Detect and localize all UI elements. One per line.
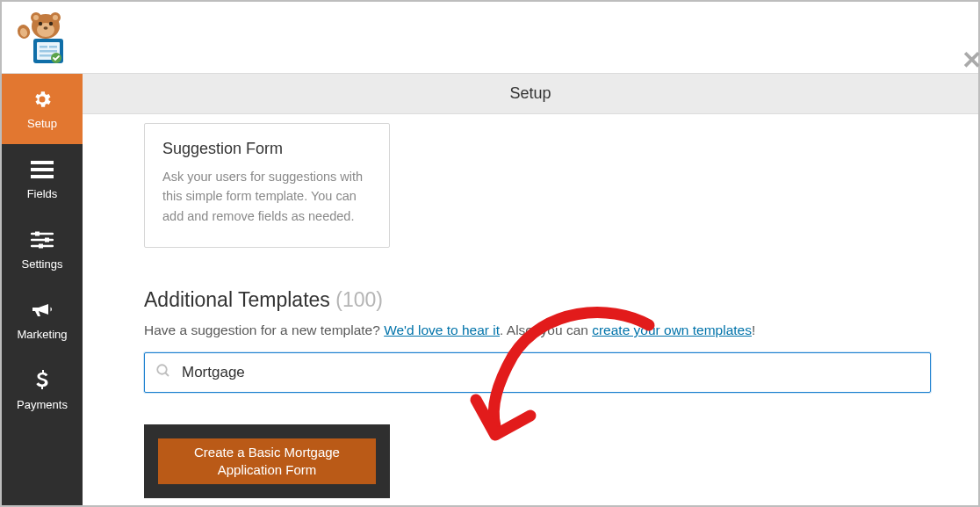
svg-rect-24	[45, 237, 49, 242]
sidebar-item-payments[interactable]: Payments	[2, 355, 83, 425]
sidebar-item-label: Marketing	[17, 328, 67, 341]
svg-rect-13	[40, 46, 47, 48]
sliders-icon	[31, 229, 54, 250]
svg-rect-18	[31, 161, 54, 164]
sidebar: Setup Fields Settings Marketing	[2, 74, 83, 505]
template-card-title: Suggestion Form	[162, 140, 371, 158]
dollar-icon	[31, 370, 54, 391]
svg-line-28	[165, 373, 169, 377]
list-icon	[31, 159, 54, 180]
topbar: ✕	[2, 2, 978, 74]
main-content: Suggestion Form Ask your users for sugge…	[83, 114, 978, 505]
svg-rect-22	[35, 231, 40, 235]
close-icon[interactable]: ✕	[962, 46, 980, 75]
wpforms-logo-icon	[14, 7, 70, 67]
template-result-card: Create a Basic Mortgage Application Form	[144, 424, 390, 498]
svg-point-4	[53, 15, 58, 20]
sidebar-item-marketing[interactable]: Marketing	[2, 285, 83, 355]
svg-point-7	[49, 22, 53, 25]
svg-rect-15	[40, 50, 57, 53]
create-mortgage-form-button[interactable]: Create a Basic Mortgage Application Form	[158, 438, 376, 484]
svg-rect-26	[39, 243, 43, 248]
sidebar-item-setup[interactable]: Setup	[2, 74, 83, 144]
search-icon	[155, 363, 171, 382]
template-count: (100)	[335, 288, 383, 311]
sidebar-item-settings[interactable]: Settings	[2, 214, 83, 285]
svg-point-8	[44, 26, 48, 30]
additional-templates-heading: Additional Templates (100)	[144, 288, 931, 312]
sidebar-item-fields[interactable]: Fields	[2, 144, 83, 214]
sidebar-item-label: Setup	[27, 117, 57, 130]
page-title: Setup	[509, 84, 551, 103]
page-title-strip: Setup	[83, 74, 978, 114]
template-search-wrap	[144, 352, 931, 393]
bullhorn-icon	[31, 300, 54, 321]
svg-point-3	[33, 15, 39, 20]
additional-templates-subtext: Have a suggestion for a new template? We…	[144, 322, 931, 338]
svg-point-6	[39, 22, 42, 25]
template-card-desc: Ask your users for suggestions with this…	[162, 167, 371, 226]
create-own-templates-link[interactable]: create your own templates	[592, 322, 752, 337]
suggest-template-link[interactable]: We'd love to hear it	[384, 322, 500, 337]
sidebar-item-label: Fields	[27, 187, 58, 200]
svg-rect-20	[31, 175, 54, 178]
svg-rect-14	[49, 46, 57, 48]
sidebar-item-label: Payments	[17, 398, 68, 411]
svg-rect-19	[31, 168, 54, 171]
sidebar-item-label: Settings	[22, 257, 63, 271]
gear-icon	[31, 89, 54, 110]
template-card-suggestion[interactable]: Suggestion Form Ask your users for sugge…	[144, 123, 390, 248]
template-search-input[interactable]	[144, 352, 931, 393]
svg-point-27	[157, 366, 167, 375]
app-window: ✕ Setup Fields Settings	[0, 0, 980, 507]
